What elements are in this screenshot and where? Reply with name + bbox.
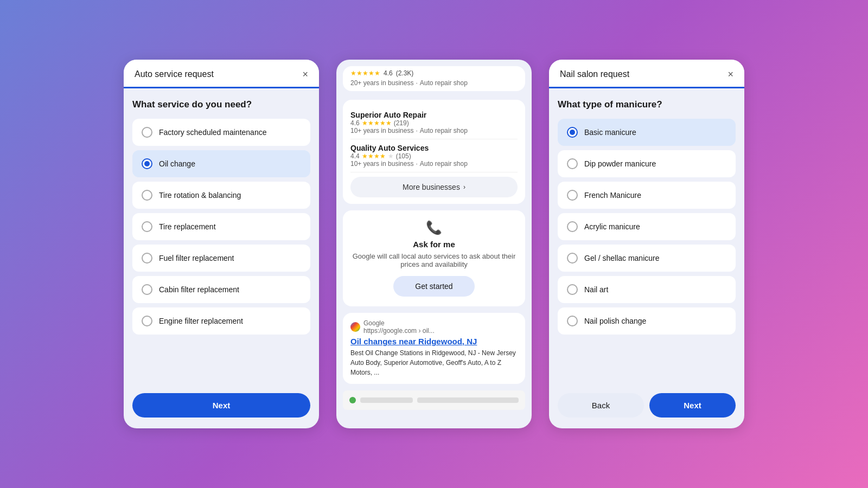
- stars-icon: ★★★★★: [362, 119, 392, 127]
- google-snippet: Best Oil Change Stations in Ridgewood, N…: [350, 348, 518, 377]
- blurred-text: [360, 397, 413, 403]
- option-label: French Manicure: [584, 191, 641, 200]
- auto-service-card: Auto service request × What service do y…: [124, 60, 319, 428]
- option-nail-polish[interactable]: Nail polish change: [558, 307, 736, 335]
- option-french-manicure[interactable]: French Manicure: [558, 182, 736, 209]
- option-tire-replacement[interactable]: Tire replacement: [132, 213, 310, 240]
- reviews-label: (219): [394, 119, 409, 127]
- close-button[interactable]: ×: [302, 69, 308, 79]
- result-meta: 4.6 ★★★★★ (219): [350, 119, 518, 127]
- radio-acrylic: [567, 221, 578, 232]
- option-label: Basic manicure: [584, 128, 636, 137]
- option-nail-art[interactable]: Nail art: [558, 276, 736, 303]
- option-label: Tire rotation & balancing: [159, 191, 241, 200]
- option-basic-manicure[interactable]: Basic manicure: [558, 119, 736, 146]
- option-engine-filter[interactable]: Engine filter replacement: [132, 307, 310, 335]
- ask-for-me-panel: 📞 Ask for me Google will call local auto…: [343, 210, 525, 306]
- option-label: Tire replacement: [159, 222, 216, 231]
- option-tire-rotation[interactable]: Tire rotation & balancing: [132, 182, 310, 209]
- rating-label: 4.4: [350, 152, 360, 160]
- more-businesses-button[interactable]: More businesses ›: [350, 177, 518, 197]
- top-meta: 20+ years in business · Auto repair shop: [350, 79, 518, 87]
- half-star-icon: ★: [388, 152, 394, 160]
- search-result-panel: Superior Auto Repair 4.6 ★★★★★ (219) 10+…: [343, 100, 525, 204]
- radio-dip: [567, 158, 578, 169]
- top-reviews: (2.3K): [396, 69, 414, 77]
- radio-gel: [567, 253, 578, 264]
- option-oil-change[interactable]: Oil change: [132, 150, 310, 177]
- radio-factory: [142, 127, 152, 138]
- search-results-card: ★★★★★ 4.6 (2.3K) 20+ years in business ·…: [336, 60, 532, 428]
- stars-icon: ★★★★★: [350, 69, 380, 77]
- nail-card-body: What type of manicure? Basic manicure Di…: [549, 88, 744, 387]
- radio-tire-rep: [142, 221, 152, 232]
- option-fuel-filter[interactable]: Fuel filter replacement: [132, 245, 310, 272]
- nail-close-button[interactable]: ×: [727, 69, 733, 79]
- chevron-right-icon: ›: [463, 183, 465, 191]
- result-sub-meta: 10+ years in business · Auto repair shop: [350, 160, 518, 168]
- back-button[interactable]: Back: [558, 393, 644, 418]
- option-label: Engine filter replacement: [159, 317, 243, 325]
- ask-title: Ask for me: [352, 240, 516, 249]
- nail-salon-card: Nail salon request × What type of manicu…: [549, 60, 744, 428]
- option-label: Acrylic manicure: [584, 222, 640, 231]
- radio-cabin: [142, 284, 152, 295]
- google-logo-icon: [350, 322, 360, 332]
- top-rating: 4.6: [384, 69, 393, 77]
- nail-card-footer: Back Next: [549, 387, 744, 428]
- option-acrylic[interactable]: Acrylic manicure: [558, 213, 736, 240]
- nail-card-title: Nail salon request: [560, 69, 629, 79]
- next-button[interactable]: Next: [132, 393, 310, 418]
- section-title: What service do you need?: [132, 99, 310, 110]
- option-label: Gel / shellac manicure: [584, 254, 660, 262]
- google-link[interactable]: Oil changes near Ridgewood, NJ: [350, 337, 518, 346]
- rating-label: 4.6: [350, 119, 360, 127]
- green-dot-icon: [349, 397, 356, 403]
- option-label: Nail art: [584, 285, 608, 294]
- option-factory-maintenance[interactable]: Factory scheduled maintenance: [132, 119, 310, 146]
- option-label: Oil change: [159, 159, 195, 168]
- radio-nail-art: [567, 284, 578, 295]
- result-superior[interactable]: Superior Auto Repair 4.6 ★★★★★ (219) 10+…: [350, 106, 518, 139]
- stars-icon: ★★★★: [362, 152, 386, 160]
- reviews-label: (105): [396, 152, 411, 160]
- phone-icon: 📞: [352, 220, 516, 235]
- google-url: https://google.com › oil...: [363, 327, 435, 335]
- result-name: Superior Auto Repair: [350, 111, 518, 119]
- radio-oil: [142, 158, 152, 169]
- radio-french: [567, 190, 578, 201]
- ask-description: Google will call local auto services to …: [352, 252, 516, 268]
- google-source: Google: [363, 319, 435, 327]
- footer-button-row: Back Next: [558, 393, 736, 418]
- partial-rating: ★★★★★ 4.6 (2.3K): [350, 69, 518, 77]
- card-body: What service do you need? Factory schedu…: [124, 88, 319, 387]
- get-started-button[interactable]: Get started: [393, 276, 474, 297]
- radio-basic: [567, 127, 578, 138]
- radio-tire-rotation: [142, 190, 152, 201]
- radio-engine: [142, 316, 152, 326]
- radio-polish: [567, 316, 578, 326]
- card-title: Auto service request: [135, 69, 214, 79]
- option-cabin-filter[interactable]: Cabin filter replacement: [132, 276, 310, 303]
- next-button[interactable]: Next: [649, 393, 736, 418]
- radio-fuel: [142, 253, 152, 264]
- nail-card-header: Nail salon request ×: [549, 60, 744, 88]
- nail-section-title: What type of manicure?: [558, 99, 736, 110]
- card-footer: Next: [124, 387, 319, 428]
- option-dip-powder[interactable]: Dip powder manicure: [558, 150, 736, 177]
- option-label: Fuel filter replacement: [159, 254, 234, 262]
- option-label: Cabin filter replacement: [159, 285, 239, 294]
- blurred-result-item: [343, 390, 525, 410]
- more-businesses-label: More businesses: [403, 183, 460, 191]
- result-quality[interactable]: Quality Auto Services 4.4 ★★★★★ (105) 10…: [350, 139, 518, 172]
- result-name: Quality Auto Services: [350, 144, 518, 152]
- option-gel-shellac[interactable]: Gel / shellac manicure: [558, 245, 736, 272]
- option-label: Nail polish change: [584, 317, 646, 325]
- option-label: Factory scheduled maintenance: [159, 128, 266, 137]
- google-source-row: Google https://google.com › oil...: [350, 319, 518, 335]
- result-meta: 4.4 ★★★★★ (105): [350, 152, 518, 160]
- card-header: Auto service request ×: [124, 60, 319, 88]
- option-label: Dip powder manicure: [584, 159, 656, 168]
- google-result-panel: Google https://google.com › oil... Oil c…: [343, 313, 525, 384]
- top-partial-result: ★★★★★ 4.6 (2.3K) 20+ years in business ·…: [343, 66, 525, 91]
